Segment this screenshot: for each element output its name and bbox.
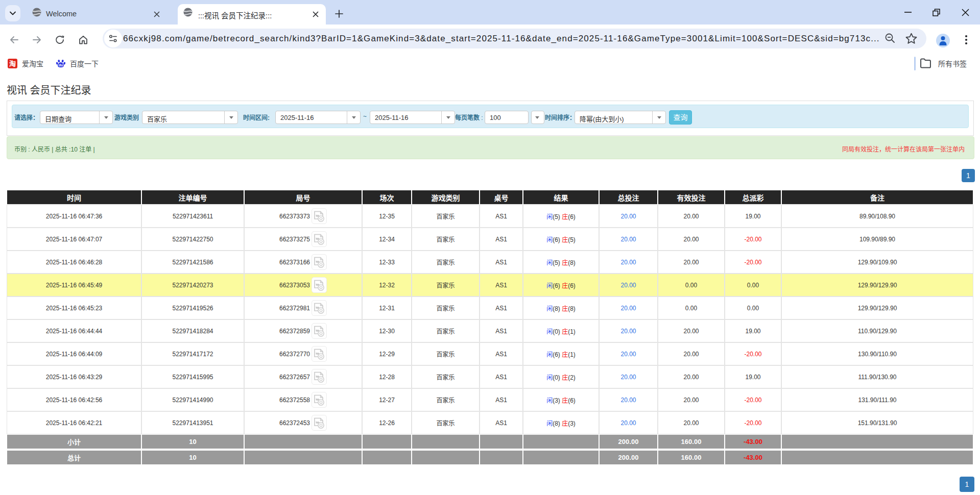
svg-text:du: du — [59, 63, 63, 67]
